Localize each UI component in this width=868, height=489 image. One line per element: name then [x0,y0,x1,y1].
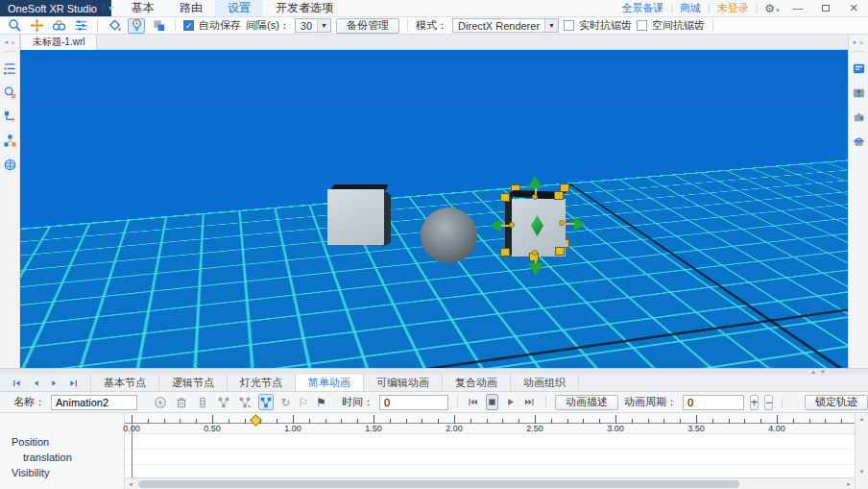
restore-button[interactable] [815,0,836,16]
assets-button[interactable] [849,134,868,148]
gizmo-down-arrow[interactable] [528,263,543,276]
realtime-aa-checkbox[interactable] [564,20,574,31]
cube-object[interactable] [383,190,391,247]
view-tool-button[interactable] [50,18,67,34]
node-link-button[interactable] [216,394,231,410]
scroll-right-icon[interactable]: ▸ [843,478,855,489]
timeline-ruler[interactable]: 0.000.501.001.502.002.503.003.504.00 [125,413,855,434]
period-input[interactable] [683,395,744,410]
light-tool-button[interactable] [128,18,145,34]
prev-tab-icon[interactable] [32,379,40,388]
menu-tab[interactable]: 设置 [215,0,263,16]
scene-tree-button[interactable] [0,61,19,76]
panel-tab[interactable]: 逻辑节点 [159,375,228,391]
spatial-aa-checkbox[interactable] [637,20,647,31]
loop-button[interactable]: ↻ [279,394,291,410]
period-plus-button[interactable]: + [750,395,759,410]
collapse-right-icon[interactable]: ▸ [854,38,857,46]
stop-button[interactable] [486,394,498,410]
minimize-button[interactable]: — [787,0,808,16]
scrollbar-thumb[interactable] [138,480,739,488]
track-label[interactable]: Position [0,434,125,450]
menu-tab[interactable]: 路由 [167,0,215,16]
collapse-left-icon[interactable]: ◂ [5,38,9,46]
skip-start-button[interactable] [466,394,480,410]
move-tool-button[interactable] [28,18,45,34]
interval-select[interactable]: 30 ▼ [295,18,331,33]
selection-handle[interactable] [554,191,564,200]
skip-end-button[interactable] [522,394,537,410]
lock-track-button[interactable]: 锁定轨迹 [805,395,868,410]
time-input[interactable] [379,395,448,410]
panorama-link[interactable]: 全景备课 [621,1,663,15]
store-link[interactable]: 商城 [680,1,701,15]
add-keyframe-button[interactable] [153,394,168,410]
playhead-line[interactable] [132,425,133,477]
selection-handle[interactable] [555,247,565,256]
filter-tool-button[interactable] [72,18,89,34]
node-select-button[interactable] [258,394,274,410]
hierarchy-button[interactable] [0,110,19,124]
animation-name-input[interactable] [51,395,137,410]
track-lanes[interactable] [125,434,855,477]
panel-tab[interactable]: 动画组织 [511,375,579,391]
selection-handle[interactable] [500,193,510,202]
settings-gear-icon[interactable]: ⚙▼ [764,2,781,15]
app-logo-block[interactable]: OneSoft XR Studio ▼ [0,0,111,16]
track-row[interactable] [125,450,855,465]
sphere-object[interactable] [421,208,477,263]
close-button[interactable]: ✕ [843,0,864,16]
keyframe-diamond[interactable] [250,414,262,427]
plugins-button[interactable] [849,110,868,124]
vertical-scrollbar[interactable]: ▴ ▾ [855,413,868,489]
close-icon[interactable]: × [11,39,14,46]
app-menu-caret-icon[interactable]: ▼ [103,5,114,12]
panel-tab[interactable]: 可编辑动画 [364,375,443,391]
track-label[interactable]: translation [0,450,125,465]
track-row[interactable] [125,434,855,450]
selection-handle[interactable] [500,248,510,257]
track-label[interactable]: Visibility [0,465,125,480]
animation-desc-button[interactable]: 动画描述 [555,395,618,410]
gizmo-left-arrow[interactable] [490,219,501,232]
period-minus-button[interactable]: − [764,395,773,410]
keyframe-list-button[interactable] [195,394,210,410]
panel-tab[interactable]: 基本节点 [90,375,159,391]
renderer-select[interactable]: DirectX Renderer ▼ [452,18,559,33]
document-tab[interactable]: 未标题-1.wrl [20,35,97,50]
scene-map-button[interactable] [849,86,868,100]
horizontal-scrollbar[interactable]: ◂ ▸ [125,477,855,489]
gizmo-up-arrow[interactable] [527,176,542,188]
next-tab-icon[interactable] [50,379,59,388]
group-button[interactable] [0,134,19,148]
login-status[interactable]: 未登录 [717,1,749,15]
scroll-up-icon[interactable]: ▴ [856,413,868,425]
play-button[interactable] [504,394,517,410]
instances-tool-button[interactable] [150,18,167,34]
gizmo-right-arrow[interactable] [574,217,586,231]
autosave-checkbox[interactable]: ✓ [183,20,194,31]
backup-manage-button[interactable]: 备份管理 [336,18,399,34]
panel-splitter[interactable]: ▲ ▼ [0,368,868,375]
cube-object[interactable] [327,189,384,245]
panel-tab[interactable]: 复合动画 [443,375,511,391]
paint-tool-button[interactable] [106,18,123,34]
menu-tab[interactable]: 基本 [119,0,167,16]
properties-panel-button[interactable] [849,61,868,76]
viewport-3d[interactable] [20,50,848,368]
scroll-left-icon[interactable]: ◂ [125,478,136,489]
flag-start-button[interactable]: ⚐ [297,394,309,410]
panel-tab[interactable]: 简单动画 [296,375,364,391]
flag-end-button[interactable]: ⚑ [315,394,327,410]
search-nodes-button[interactable] [0,86,19,100]
close-icon[interactable]: × [859,39,863,46]
panel-tab[interactable]: 灯光节点 [228,375,296,391]
menu-tab[interactable]: 开发者选项 [263,0,346,16]
search-button[interactable] [6,18,23,34]
last-tab-icon[interactable] [68,379,79,388]
delete-keyframe-button[interactable] [174,394,189,410]
world-button[interactable] [0,158,19,172]
node-detach-button[interactable] [237,394,253,410]
scroll-down-icon[interactable]: ▾ [856,466,868,477]
first-tab-icon[interactable] [12,379,22,388]
